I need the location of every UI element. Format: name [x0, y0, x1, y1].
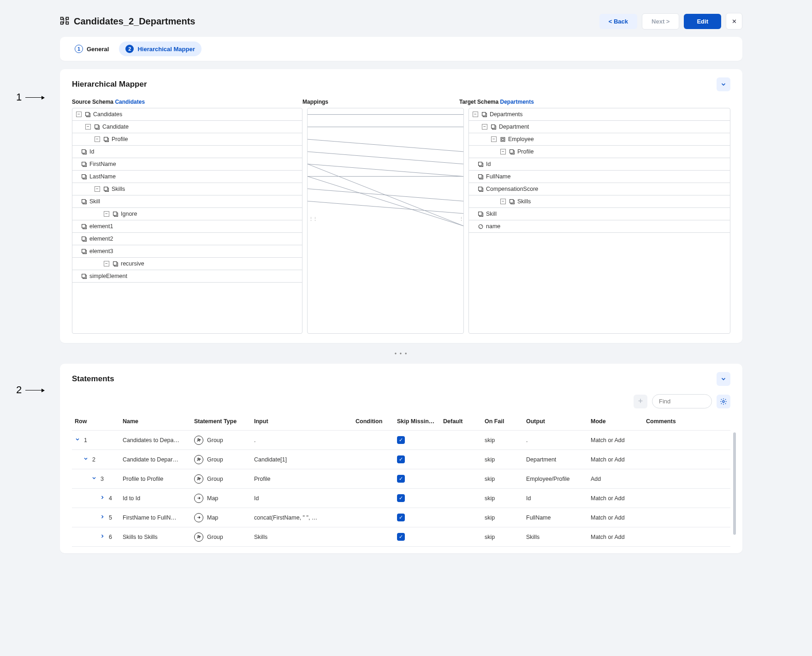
tree-node[interactable]: −Profile: [469, 146, 730, 158]
tree-node[interactable]: Id: [72, 146, 302, 158]
column-header-comments[interactable]: Comments: [646, 418, 683, 425]
tree-expander-icon[interactable]: −: [500, 199, 506, 204]
expand-chevron-icon[interactable]: [75, 437, 81, 443]
svg-rect-8: [82, 162, 85, 165]
tree-node[interactable]: −Departments: [469, 108, 730, 121]
skip-missing-checkbox[interactable]: ✓: [397, 436, 405, 444]
column-header-condition[interactable]: Condition: [356, 418, 397, 425]
target-tree-panel[interactable]: −Departments−Department−Employee−Profile…: [468, 108, 730, 334]
right-drag-handle-icon[interactable]: ⋮⋮: [459, 218, 462, 224]
left-drag-handle-icon[interactable]: ⋮⋮: [308, 218, 312, 224]
column-header-name[interactable]: Name: [123, 418, 194, 425]
tree-expander-icon[interactable]: −: [491, 136, 497, 142]
tree-node[interactable]: element1: [72, 220, 302, 233]
statement-mode: Match or Add: [591, 514, 646, 521]
tree-expander-icon[interactable]: −: [473, 112, 478, 117]
statement-on-fail: skip: [485, 476, 526, 482]
column-header-type[interactable]: Statement Type: [194, 418, 254, 425]
tree-node[interactable]: −Candidate: [72, 121, 302, 133]
add-statement-button[interactable]: +: [634, 395, 647, 408]
skip-missing-checkbox[interactable]: ✓: [397, 455, 405, 463]
tab-general[interactable]: 1General: [68, 41, 115, 56]
source-schema-link[interactable]: Candidates: [115, 99, 145, 105]
tree-node-icon: [81, 161, 87, 167]
tree-node[interactable]: −Profile: [72, 133, 302, 146]
tree-expander-icon[interactable]: −: [104, 211, 109, 217]
tree-node[interactable]: FullName: [469, 171, 730, 183]
tree-expander-icon[interactable]: −: [95, 186, 100, 192]
svg-point-35: [199, 478, 200, 479]
mapping-line[interactable]: [308, 177, 463, 226]
column-header-output[interactable]: Output: [526, 418, 591, 425]
tree-node[interactable]: CompensationScore: [469, 183, 730, 195]
column-header-row[interactable]: Row: [72, 418, 123, 425]
column-header-input[interactable]: Input: [254, 418, 356, 425]
statement-row[interactable]: 5FirstName to FullN…Mapconcat(FirstName,…: [72, 508, 730, 527]
tree-node-label: FullName: [486, 173, 511, 180]
tree-node[interactable]: −Skills: [72, 183, 302, 195]
mapping-line[interactable]: [308, 164, 463, 177]
statement-type-label: Group: [207, 476, 223, 482]
expand-chevron-icon[interactable]: [100, 533, 106, 540]
skip-missing-checkbox[interactable]: ✓: [397, 533, 405, 541]
tree-node[interactable]: −Department: [469, 121, 730, 133]
statement-row[interactable]: 1Candidates to Depa…Group.✓skip.Match or…: [72, 431, 730, 450]
panel-separator[interactable]: ● ● ●: [60, 351, 742, 355]
statement-row[interactable]: 6Skills to SkillsGroupSkills✓skipSkillsM…: [72, 527, 730, 547]
tree-node[interactable]: element3: [72, 245, 302, 258]
tree-node[interactable]: Id: [469, 158, 730, 171]
close-button[interactable]: ✕: [726, 13, 742, 30]
column-header-skip-missing[interactable]: Skip Missin…: [397, 418, 443, 425]
tree-node[interactable]: simpleElement: [72, 270, 302, 283]
mapping-line[interactable]: [308, 139, 463, 152]
mapping-line[interactable]: [308, 152, 463, 164]
expand-chevron-icon[interactable]: [100, 514, 106, 521]
expand-chevron-icon[interactable]: [100, 495, 106, 502]
tree-node-icon: [81, 236, 87, 242]
svg-rect-26: [510, 199, 513, 203]
target-schema-link[interactable]: Departments: [500, 99, 534, 105]
tab-hierarchical-mapper[interactable]: 2Hierarchical Mapper: [119, 41, 201, 56]
skip-missing-checkbox[interactable]: ✓: [397, 475, 405, 483]
next-button[interactable]: Next >: [642, 13, 679, 30]
tree-node[interactable]: −Skills: [469, 195, 730, 208]
tree-node[interactable]: −Candidates: [72, 108, 302, 121]
table-settings-button[interactable]: [717, 395, 730, 408]
collapse-statements-button[interactable]: [717, 372, 730, 386]
column-header-on-fail[interactable]: On Fail: [485, 418, 526, 425]
column-header-default[interactable]: Default: [443, 418, 485, 425]
column-header-mode[interactable]: Mode: [591, 418, 646, 425]
tree-node[interactable]: Skill: [469, 208, 730, 220]
tree-node-icon: [103, 186, 109, 192]
tree-expander-icon[interactable]: −: [500, 149, 506, 154]
expand-chevron-icon[interactable]: [91, 475, 98, 482]
statements-scrollbar[interactable]: [733, 432, 736, 535]
tree-node[interactable]: −recursive: [72, 258, 302, 270]
tree-node[interactable]: LastName: [72, 171, 302, 183]
find-statements-input[interactable]: [652, 394, 712, 408]
statement-row[interactable]: 4Id to IdMapId✓skipIdMatch or Add: [72, 489, 730, 508]
tree-node[interactable]: name: [469, 220, 730, 233]
tree-expander-icon[interactable]: −: [85, 124, 91, 130]
collapse-mapper-button[interactable]: [717, 77, 730, 91]
tree-expander-icon[interactable]: −: [95, 136, 100, 142]
edit-button[interactable]: Edit: [684, 14, 721, 29]
mapping-line[interactable]: [308, 189, 463, 201]
tree-expander-icon[interactable]: −: [104, 261, 109, 266]
tree-node[interactable]: FirstName: [72, 158, 302, 171]
tree-node[interactable]: −Employee: [469, 133, 730, 146]
tree-node[interactable]: element2: [72, 233, 302, 245]
statement-row[interactable]: 2Candidate to Depar…GroupCandidate[1]✓sk…: [72, 450, 730, 469]
back-button[interactable]: < Back: [599, 14, 637, 29]
statement-row[interactable]: 3Profile to ProfileGroupProfile✓skipEmpl…: [72, 469, 730, 489]
tree-expander-icon[interactable]: −: [482, 124, 487, 130]
source-tree-panel[interactable]: −Candidates−Candidate−ProfileIdFirstName…: [72, 108, 302, 334]
mappings-panel[interactable]: ⋮⋮ ⋮⋮: [307, 108, 464, 334]
mapping-line[interactable]: [308, 201, 463, 213]
expand-chevron-icon[interactable]: [83, 456, 89, 463]
skip-missing-checkbox[interactable]: ✓: [397, 494, 405, 502]
tree-node[interactable]: −Ignore: [72, 208, 302, 220]
tree-node[interactable]: Skill: [72, 195, 302, 208]
skip-missing-checkbox[interactable]: ✓: [397, 514, 405, 521]
tree-expander-icon[interactable]: −: [76, 112, 82, 117]
